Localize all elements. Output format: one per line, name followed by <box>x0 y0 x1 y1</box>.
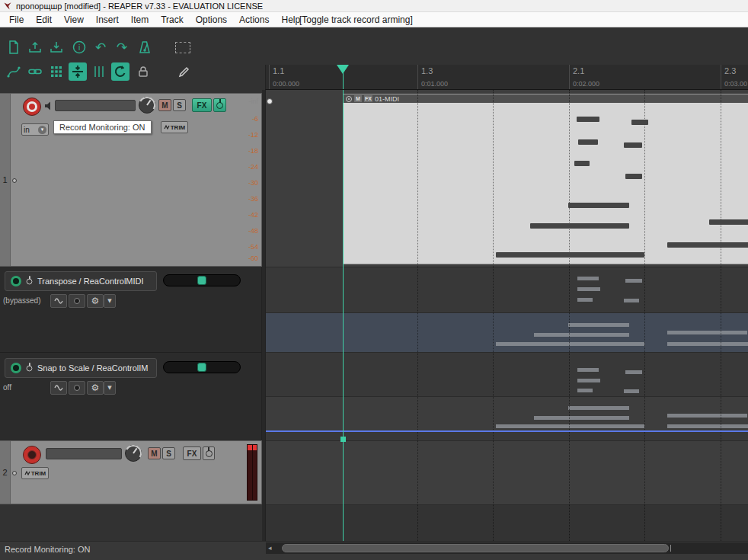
meter-scale-label: -6 <box>252 115 258 123</box>
track2-mute-button[interactable]: M <box>148 447 161 459</box>
track2-fx-enable-button[interactable] <box>203 446 215 460</box>
meter-scale-label: -48 <box>248 227 258 235</box>
menu-item-track[interactable]: Track <box>155 14 190 25</box>
ghost-midi-note <box>625 279 642 283</box>
metronome-button[interactable] <box>136 38 154 56</box>
menu-item-item[interactable]: Item <box>125 14 155 25</box>
track2-record-arm-button[interactable] <box>23 446 41 464</box>
ghost-midi-note <box>534 333 629 337</box>
marquee-select-button[interactable] <box>174 38 192 56</box>
track1-trim-button[interactable]: TRIM <box>161 121 188 133</box>
title-bar: пропорщшр [modified] - REAPER v7.33 - EV… <box>0 0 748 12</box>
midi-note <box>578 139 598 145</box>
track2-solo-button[interactable]: S <box>162 447 175 459</box>
fx2-enabled-led[interactable] <box>11 363 21 373</box>
grid-settings-icon <box>49 64 64 79</box>
open-project-icon <box>27 40 43 55</box>
fx1-dropdown-button[interactable]: ▼ <box>104 294 116 308</box>
fx-slot-snap-to-scale[interactable]: Snap to Scale / ReaControlIM <box>5 358 157 378</box>
track1-fx-button[interactable]: FX <box>192 98 212 112</box>
redo-button[interactable]: ↷ <box>113 38 131 56</box>
fx2-modulation-button[interactable] <box>69 381 85 395</box>
lane-row-c <box>266 352 748 396</box>
envelope-tool-button[interactable] <box>5 62 23 81</box>
track2-fx-button[interactable]: FX <box>183 446 201 460</box>
ghost-midi-note <box>577 287 600 291</box>
trim-envelope-icon <box>24 470 30 476</box>
timeline-ruler[interactable]: 1.10:00.0001.30:01.0002.10:02.0002.30:03… <box>265 65 748 90</box>
snap-toggle-button[interactable] <box>69 62 87 81</box>
item-volume-handle[interactable] <box>267 98 273 104</box>
ghost-midi-note <box>577 389 593 392</box>
fx1-wet-slider[interactable] <box>163 274 241 286</box>
grid-line <box>721 90 721 541</box>
grid-toggle-button[interactable] <box>90 62 108 81</box>
scrollbar-thumb[interactable] <box>282 544 669 552</box>
fx2-dropdown-button[interactable]: ▼ <box>104 381 116 395</box>
new-project-button[interactable] <box>5 38 23 56</box>
svg-text:i: i <box>78 43 80 52</box>
track1-fx-enable-button[interactable] <box>213 98 226 112</box>
edit-cursor-line <box>343 90 344 541</box>
track-panel-1[interactable]: 1 M S FX in ▾ TRIM Record Monitoring: ON… <box>0 93 262 267</box>
fx2-envelope-button[interactable] <box>50 381 67 395</box>
track1-mute-button[interactable]: M <box>158 99 171 111</box>
menu-item-view[interactable]: View <box>58 14 90 25</box>
track1-meter-scale: -inf-6-12-18-24-30-36-42-48-54-60 <box>240 94 260 266</box>
edit-cursor-handle <box>340 437 346 442</box>
track1-record-arm-button[interactable] <box>23 98 41 116</box>
track1-solo-button[interactable]: S <box>173 99 186 111</box>
item-fx-badge[interactable]: FX <box>364 95 372 102</box>
grid-settings-button[interactable] <box>47 62 66 81</box>
arrange-view[interactable]: M FX 01-MIDI <box>265 90 748 541</box>
track1-dot <box>12 178 17 183</box>
horizontal-blue-marker <box>266 430 748 432</box>
menu-item-file[interactable]: File <box>3 14 30 25</box>
midi-item-header: M FX 01-MIDI <box>344 94 748 103</box>
metronome-icon <box>137 40 152 55</box>
lock-button[interactable] <box>134 62 152 81</box>
fx1-settings-button[interactable]: ⚙ <box>87 294 104 308</box>
track1-number: 1 <box>2 175 7 184</box>
gear-icon: ⚙ <box>91 382 100 393</box>
lock-icon <box>136 64 151 79</box>
save-project-button[interactable] <box>47 38 66 56</box>
track2-vu-meter <box>247 444 257 501</box>
track1-pan-knob[interactable] <box>139 97 155 114</box>
scroll-left-arrow[interactable]: ◂ <box>268 544 272 552</box>
menu-item-options[interactable]: Options <box>190 14 233 25</box>
fx-slot-transpose[interactable]: Transpose / ReaControlMIDI <box>5 271 157 291</box>
ghost-midi-note <box>667 414 747 418</box>
status-text: Record Monitoring: ON <box>5 545 91 554</box>
project-info-button[interactable]: i <box>70 38 88 56</box>
track2-volume-fader[interactable] <box>46 448 122 459</box>
menu-item-actions[interactable]: Actions <box>233 14 275 25</box>
meter-scale-label: -42 <box>248 211 258 219</box>
fx2-wet-slider[interactable] <box>163 361 241 373</box>
track2-trim-button[interactable]: TRIM <box>21 467 49 479</box>
fx2-settings-button[interactable]: ⚙ <box>87 381 104 395</box>
item-grouping-button[interactable] <box>26 62 44 81</box>
ripple-edit-button[interactable] <box>111 62 129 81</box>
track1-volume-fader[interactable] <box>55 100 136 111</box>
midi-item-01[interactable]: M FX 01-MIDI <box>343 94 748 264</box>
fx1-envelope-button[interactable] <box>50 294 67 308</box>
fx1-title: Transpose / ReaControlMIDI <box>37 277 144 286</box>
horizontal-scrollbar[interactable]: ◂ <box>266 542 748 554</box>
menu-item-insert[interactable]: Insert <box>90 14 125 25</box>
pencil-button[interactable] <box>175 62 193 81</box>
undo-button[interactable]: ↶ <box>91 38 110 56</box>
ghost-midi-note <box>625 370 642 374</box>
track2-pan-knob[interactable] <box>125 445 142 462</box>
midi-note <box>624 142 642 148</box>
fx1-modulation-button[interactable] <box>69 294 85 308</box>
track-panel-2[interactable]: 2 M S FX TRIM <box>0 440 262 504</box>
item-mute-badge[interactable]: M <box>354 95 362 102</box>
track2-number-strip: 2 <box>0 441 11 504</box>
track1-input-button[interactable]: in ▾ <box>21 123 49 136</box>
open-project-button[interactable] <box>26 38 44 56</box>
edit-cursor-marker[interactable] <box>337 65 349 80</box>
menu-item-edit[interactable]: Edit <box>30 14 58 25</box>
fx1-enabled-led[interactable] <box>11 276 21 286</box>
fx1-power-icon <box>27 278 33 284</box>
